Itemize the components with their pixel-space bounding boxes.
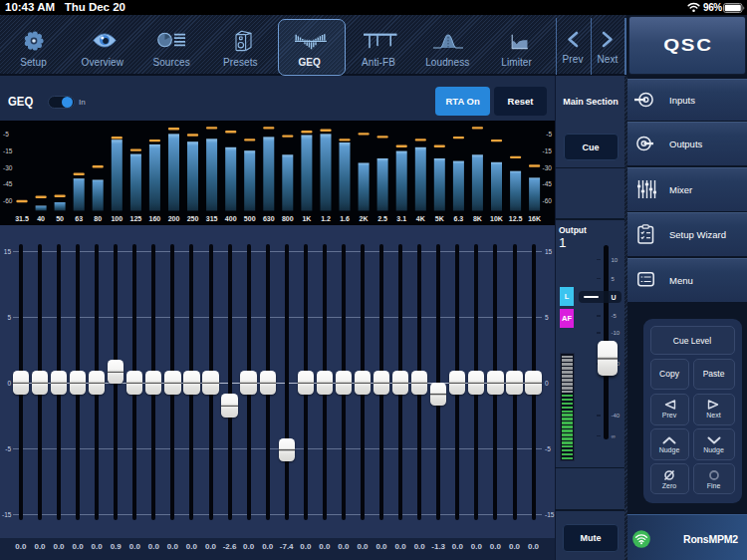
svg-text:-60: -60 <box>3 197 13 204</box>
svg-text:-30: -30 <box>543 164 553 171</box>
svg-text:315: 315 <box>206 215 218 222</box>
svg-text:31.5: 31.5 <box>15 215 29 222</box>
svg-text:2K: 2K <box>360 215 369 222</box>
svg-text:2.5: 2.5 <box>377 215 387 222</box>
svg-text:4K: 4K <box>416 215 425 222</box>
svg-text:-30: -30 <box>3 164 13 171</box>
svg-text:1.2: 1.2 <box>321 215 331 222</box>
svg-text:50: 50 <box>56 215 64 222</box>
svg-text:-60: -60 <box>543 197 553 204</box>
svg-text:500: 500 <box>244 215 256 222</box>
svg-text:100: 100 <box>111 215 123 222</box>
svg-text:125: 125 <box>130 215 142 222</box>
svg-text:-5: -5 <box>546 131 552 138</box>
svg-text:10K: 10K <box>490 215 503 222</box>
svg-text:-15: -15 <box>543 147 553 154</box>
svg-text:250: 250 <box>187 215 199 222</box>
svg-text:6.3: 6.3 <box>454 215 464 222</box>
svg-text:16K: 16K <box>528 215 541 222</box>
svg-text:5K: 5K <box>435 215 444 222</box>
svg-text:200: 200 <box>168 215 180 222</box>
svg-text:-5: -5 <box>3 131 9 138</box>
svg-text:3.1: 3.1 <box>396 215 406 222</box>
svg-text:-45: -45 <box>543 180 553 187</box>
svg-text:63: 63 <box>75 215 83 222</box>
svg-text:12.5: 12.5 <box>509 215 523 222</box>
svg-text:-45: -45 <box>3 180 13 187</box>
svg-text:160: 160 <box>149 215 161 222</box>
svg-text:40: 40 <box>37 215 45 222</box>
svg-text:1K: 1K <box>302 215 311 222</box>
svg-text:8K: 8K <box>473 215 482 222</box>
svg-text:400: 400 <box>225 215 237 222</box>
svg-text:630: 630 <box>263 215 275 222</box>
svg-text:80: 80 <box>94 215 102 222</box>
svg-text:-15: -15 <box>3 147 13 154</box>
svg-text:800: 800 <box>282 215 294 222</box>
svg-text:1.6: 1.6 <box>340 215 350 222</box>
